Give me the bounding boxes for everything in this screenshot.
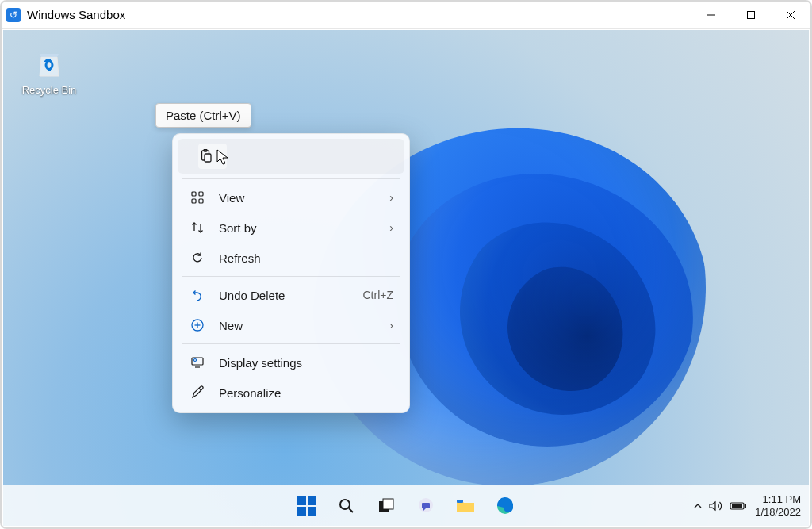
search-icon [338, 497, 355, 515]
chevron-up-icon [693, 501, 703, 511]
svg-rect-9 [199, 192, 203, 196]
personalize-icon [189, 384, 206, 401]
desktop[interactable]: Recycle Bin Paste (Ctrl+V) [3, 30, 809, 526]
search-button[interactable] [329, 490, 364, 522]
sandbox-icon [6, 8, 21, 22]
taskbar-date: 1/18/2022 [755, 506, 801, 519]
menu-new[interactable]: New › [178, 310, 404, 340]
trash-icon [32, 46, 67, 81]
plus-icon [189, 316, 206, 334]
folder-icon [455, 497, 476, 515]
file-explorer-button[interactable] [448, 490, 483, 522]
chevron-right-icon: › [389, 221, 393, 234]
svg-rect-28 [732, 504, 742, 508]
chevron-right-icon: › [389, 191, 393, 204]
window-controls [691, 2, 810, 29]
context-menu-quick-actions [178, 139, 404, 174]
menu-undo-label: Undo Delete [219, 289, 363, 302]
recycle-bin-label: Recycle Bin [19, 84, 79, 96]
edge-icon [496, 496, 515, 516]
volume-icon [709, 500, 723, 512]
paste-button[interactable] [198, 144, 227, 169]
paste-tooltip: Paste (Ctrl+V) [155, 103, 251, 128]
task-view-button[interactable] [369, 490, 404, 522]
svg-rect-27 [745, 504, 746, 508]
svg-rect-11 [199, 199, 203, 203]
sandbox-window: Windows Sandbox [0, 0, 812, 529]
menu-display-settings[interactable]: Display settings [178, 347, 404, 378]
titlebar: Windows Sandbox [2, 2, 810, 29]
menu-sort-by[interactable]: Sort by › [178, 213, 404, 243]
menu-display-label: Display settings [219, 356, 393, 370]
menu-undo-delete[interactable]: Undo Delete Ctrl+Z [178, 280, 404, 310]
system-tray[interactable] [693, 500, 747, 512]
start-icon [297, 496, 316, 516]
taskbar-center [289, 490, 523, 522]
menu-sort-label: Sort by [219, 221, 389, 235]
chat-icon [416, 496, 435, 516]
recycle-bin-icon[interactable]: Recycle Bin [19, 46, 79, 96]
task-view-icon [377, 496, 396, 516]
svg-rect-1 [748, 11, 755, 18]
display-settings-icon [189, 354, 206, 371]
menu-view[interactable]: View › [178, 182, 404, 213]
close-button[interactable] [771, 2, 810, 29]
menu-personalize[interactable]: Personalize [178, 378, 404, 408]
svg-rect-21 [383, 499, 393, 509]
menu-refresh[interactable]: Refresh [178, 243, 404, 273]
svg-rect-7 [205, 154, 211, 162]
svg-point-18 [340, 500, 350, 509]
svg-rect-8 [192, 192, 196, 196]
desktop-context-menu: View › Sort by › Re [172, 133, 410, 413]
refresh-icon [189, 249, 206, 266]
menu-personalize-label: Personalize [219, 386, 393, 400]
menu-view-label: View [219, 191, 389, 205]
menu-refresh-label: Refresh [219, 251, 393, 265]
taskbar-time: 1:11 PM [755, 493, 801, 506]
paste-icon [198, 148, 214, 165]
taskbar-right: 1:11 PM 1/18/2022 [693, 485, 801, 526]
minimize-button[interactable] [691, 2, 731, 29]
chevron-right-icon: › [389, 319, 393, 332]
svg-rect-10 [192, 199, 196, 203]
edge-button[interactable] [488, 490, 523, 522]
start-button[interactable] [289, 490, 324, 522]
svg-rect-23 [422, 503, 430, 508]
menu-new-label: New [219, 319, 389, 332]
svg-rect-24 [457, 500, 463, 503]
view-icon [189, 189, 206, 206]
undo-icon [189, 286, 206, 304]
taskbar-clock[interactable]: 1:11 PM 1/18/2022 [755, 493, 801, 518]
battery-icon [730, 501, 747, 511]
svg-line-19 [349, 508, 353, 512]
window-title: Windows Sandbox [27, 8, 125, 21]
maximize-button[interactable] [731, 2, 771, 29]
sort-icon [189, 219, 206, 236]
chat-button[interactable] [408, 490, 443, 522]
svg-point-17 [194, 359, 197, 362]
svg-rect-15 [192, 358, 203, 365]
menu-undo-shortcut: Ctrl+Z [363, 289, 394, 301]
taskbar: 1:11 PM 1/18/2022 [3, 485, 809, 526]
